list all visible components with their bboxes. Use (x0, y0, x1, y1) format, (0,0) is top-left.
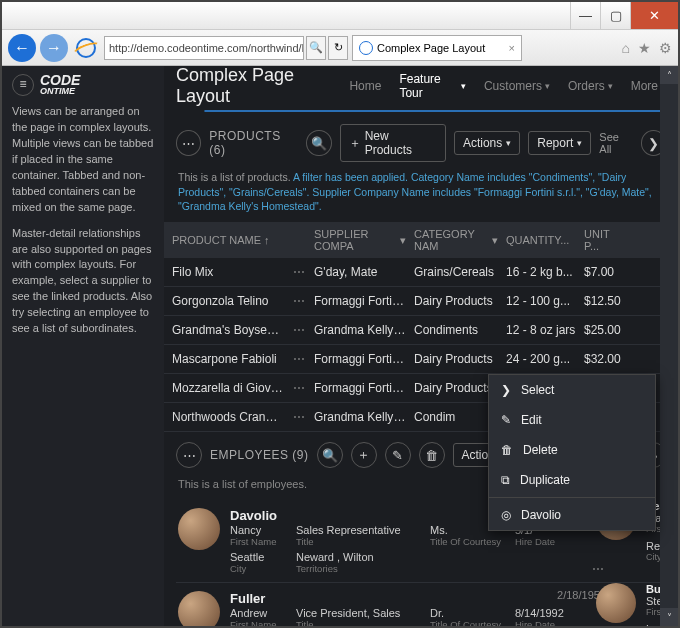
col-supplier[interactable]: SUPPLIER COMPA▾ (310, 228, 410, 252)
employees-search-button[interactable]: 🔍 (317, 442, 343, 468)
nav-feature-tour[interactable]: Feature Tour (399, 72, 466, 100)
products-title: PRODUCTS (6) (209, 129, 298, 157)
col-category[interactable]: CATEGORY NAM▾ (410, 228, 502, 252)
table-row[interactable]: Gorgonzola Telino⋯Formaggi Fortini s...D… (164, 287, 678, 316)
avatar (178, 591, 220, 626)
favicon-icon (359, 41, 373, 55)
brand-logo: CODEONTIME (40, 74, 80, 96)
row-more-icon[interactable]: ⋯ (288, 381, 310, 395)
sidebar-description-1: Views can be arranged on the page in com… (12, 104, 154, 216)
employees-title: EMPLOYEES (9) (210, 448, 309, 462)
tab-close-icon[interactable]: × (509, 42, 515, 54)
tab-title: Complex Page Layout (377, 42, 485, 54)
row-more-icon[interactable]: ⋯ (288, 410, 310, 424)
target-icon: ◎ (501, 508, 511, 522)
products-grid-header: PRODUCT NAME ↑ SUPPLIER COMPA▾ CATEGORY … (164, 222, 678, 258)
minimize-button[interactable]: — (570, 2, 600, 29)
view-tabbar: Products Suppliers More (204, 110, 666, 112)
refresh-button[interactable]: ↻ (328, 36, 348, 60)
filter-icon: ▾ (400, 234, 406, 247)
browser-tab[interactable]: Complex Page Layout × (352, 35, 522, 61)
col-quantity[interactable]: QUANTITY... (502, 228, 580, 252)
products-report-menu[interactable]: Report (528, 131, 591, 155)
top-nav: Complex Page Layout Home Feature Tour Cu… (164, 66, 678, 106)
row-more-icon[interactable]: ⋯ (288, 265, 310, 279)
forward-button[interactable]: → (40, 34, 68, 62)
page-title: Complex Page Layout (176, 66, 331, 107)
products-actions-menu[interactable]: Actions (454, 131, 520, 155)
menu-delete[interactable]: 🗑Delete (489, 435, 655, 465)
sort-asc-icon: ↑ (264, 234, 270, 246)
avatar (596, 583, 636, 623)
employees-delete-button[interactable]: 🗑 (419, 442, 445, 468)
vertical-scrollbar[interactable]: ˄ ˅ (660, 66, 678, 626)
window-titlebar: — ▢ ✕ (2, 2, 678, 30)
maximize-button[interactable]: ▢ (600, 2, 630, 29)
tab-products[interactable]: Products (205, 111, 358, 112)
products-see-all[interactable]: See All (599, 131, 632, 155)
card-more-icon[interactable]: ⋯ (592, 562, 604, 576)
main-panel: Complex Page Layout Home Feature Tour Cu… (164, 66, 678, 626)
back-button[interactable]: ← (8, 34, 36, 62)
trash-icon: 🗑 (501, 443, 513, 457)
avatar (178, 508, 220, 550)
products-search-button[interactable]: 🔍 (306, 130, 331, 156)
menu-duplicate[interactable]: ⧉Duplicate (489, 465, 655, 495)
employees-add-button[interactable]: ＋ (351, 442, 377, 468)
sidebar: ≡ CODEONTIME Views can be arranged on th… (2, 66, 164, 626)
search-dropdown-button[interactable]: 🔍 (306, 36, 326, 60)
tools-icon[interactable]: ⚙ (659, 40, 672, 56)
nav-customers[interactable]: Customers (484, 79, 550, 93)
chevron-right-icon: ❯ (501, 383, 511, 397)
home-icon[interactable]: ⌂ (622, 40, 630, 56)
row-more-icon[interactable]: ⋯ (288, 294, 310, 308)
employees-edit-button[interactable]: ✎ (385, 442, 411, 468)
ie-logo-icon (76, 38, 96, 58)
sidebar-description-2: Master-detail relationships are also sup… (12, 226, 154, 338)
pencil-icon: ✎ (501, 413, 511, 427)
col-product-name[interactable]: PRODUCT NAME ↑ (168, 228, 288, 252)
table-row[interactable]: Grandma's Boysenberr...⋯Grandma Kelly's … (164, 316, 678, 345)
tab-suppliers[interactable]: Suppliers (358, 111, 512, 112)
employees-options-button[interactable]: ⋯ (176, 442, 202, 468)
col-unit-price[interactable]: UNIT P... (580, 228, 630, 252)
row-more-icon[interactable]: ⋯ (288, 323, 310, 337)
favorites-icon[interactable]: ★ (638, 40, 651, 56)
scroll-down-icon[interactable]: ˅ (660, 608, 678, 626)
filter-icon: ▾ (492, 234, 498, 247)
nav-home[interactable]: Home (349, 79, 381, 93)
table-row[interactable]: Mascarpone Fabioli⋯Formaggi Fortini s...… (164, 345, 678, 374)
row-more-icon[interactable]: ⋯ (288, 352, 310, 366)
products-options-button[interactable]: ⋯ (176, 130, 201, 156)
copy-icon: ⧉ (501, 473, 510, 487)
scroll-up-icon[interactable]: ˄ (660, 66, 678, 84)
filter-description: This is a list of products. A filter has… (164, 166, 678, 222)
url-input[interactable]: http://demo.codeontime.com/northwind/Pag… (104, 36, 304, 60)
plus-icon: ＋ (349, 135, 361, 152)
products-header: ⋯ PRODUCTS (6) 🔍 ＋New Products Actions R… (164, 120, 678, 166)
menu-davolio[interactable]: ◎Davolio (489, 500, 655, 530)
row-context-menu: ❯Select ✎Edit 🗑Delete ⧉Duplicate ◎Davoli… (488, 374, 656, 531)
hamburger-menu-button[interactable]: ≡ (12, 74, 34, 96)
tab-more[interactable]: More (511, 111, 665, 112)
close-button[interactable]: ✕ (630, 2, 678, 29)
menu-edit[interactable]: ✎Edit (489, 405, 655, 435)
table-row[interactable]: Filo Mix⋯G'day, MateGrains/Cereals16 - 2… (164, 258, 678, 287)
browser-address-bar: ← → http://demo.codeontime.com/northwind… (2, 30, 678, 66)
nav-orders[interactable]: Orders (568, 79, 613, 93)
app-root: ≡ CODEONTIME Views can be arranged on th… (2, 66, 678, 626)
employee-card[interactable]: Fuller AndrewFirst Name Vice President, … (176, 583, 666, 626)
new-products-button[interactable]: ＋New Products (340, 124, 446, 162)
menu-select[interactable]: ❯Select (489, 375, 655, 405)
